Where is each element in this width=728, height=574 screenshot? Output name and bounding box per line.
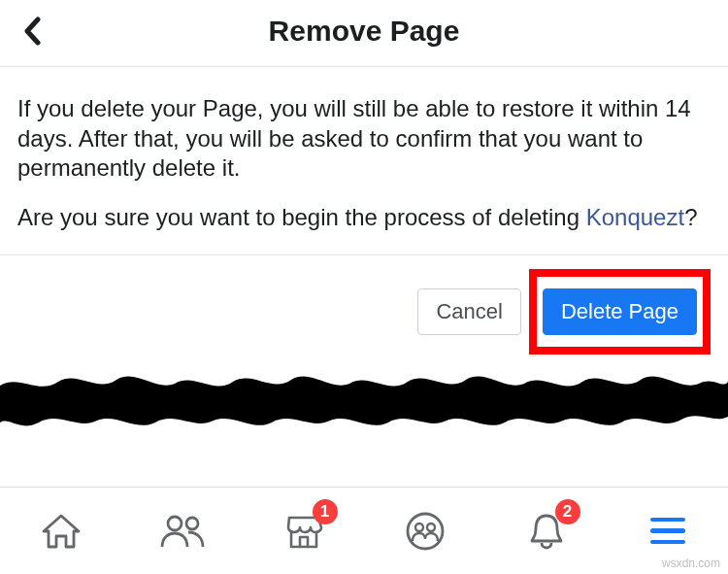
svg-point-0 — [168, 517, 182, 530]
nav-notifications[interactable]: 2 — [520, 505, 573, 557]
nav-home[interactable] — [35, 505, 87, 557]
notifications-badge: 2 — [555, 499, 580, 524]
hamburger-icon — [650, 518, 685, 545]
delete-page-button[interactable]: Delete Page — [543, 288, 697, 335]
friends-icon — [159, 510, 206, 553]
svg-point-3 — [415, 523, 423, 531]
svg-point-4 — [427, 523, 435, 531]
groups-icon — [404, 510, 447, 553]
page-name-link[interactable]: Konquezt — [586, 204, 684, 230]
nav-menu[interactable] — [642, 505, 694, 557]
confirm-suffix: ? — [684, 204, 697, 230]
page-title: Remove Page — [16, 15, 712, 48]
confirm-prefix: Are you sure you want to begin the proce… — [17, 204, 586, 230]
watermark: wsxdn.com — [662, 557, 720, 570]
warning-text: If you delete your Page, you will still … — [17, 94, 711, 184]
bottom-nav: 1 2 — [0, 487, 728, 574]
confirm-text: Are you sure you want to begin the proce… — [17, 203, 711, 233]
cancel-button[interactable]: Cancel — [417, 288, 520, 335]
home-icon — [40, 510, 83, 553]
torn-divider — [0, 368, 728, 431]
marketplace-badge: 1 — [313, 499, 338, 524]
header: Remove Page — [0, 0, 728, 67]
svg-point-2 — [408, 514, 443, 549]
svg-point-1 — [186, 518, 198, 529]
content-area: If you delete your Page, you will still … — [0, 67, 728, 255]
nav-groups[interactable] — [399, 505, 451, 557]
nav-friends[interactable] — [156, 505, 209, 557]
nav-marketplace[interactable]: 1 — [278, 505, 330, 557]
action-bar: Cancel Delete Page — [0, 255, 728, 368]
highlight-box: Delete Page — [529, 269, 711, 355]
